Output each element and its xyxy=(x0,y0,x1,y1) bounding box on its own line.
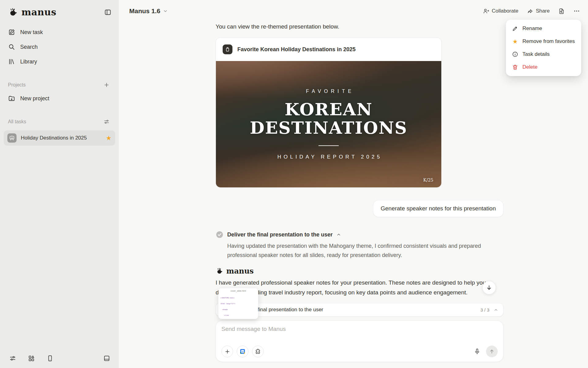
menu-item-label: Delete xyxy=(522,64,537,70)
plus-icon xyxy=(104,82,110,88)
sidebar-footer xyxy=(8,354,111,363)
menu-item-label: Remove from favorites xyxy=(522,38,575,44)
composer-toolbar: 31 xyxy=(221,346,498,357)
share-button[interactable]: Share xyxy=(527,8,550,14)
plus-icon xyxy=(224,349,230,355)
sliders-icon xyxy=(9,355,16,362)
dock-panel-button[interactable] xyxy=(102,354,111,363)
folder-plus-icon xyxy=(8,95,15,102)
menu-item-rename[interactable]: Rename xyxy=(508,22,579,35)
filter-tasks-button[interactable] xyxy=(102,117,111,126)
filter-icon xyxy=(104,119,110,125)
presentation-card[interactable]: Favorite Korean Holiday Destinations in … xyxy=(216,37,442,188)
sidebar-item-label: Library xyxy=(20,59,37,65)
projects-label: Projects xyxy=(8,82,26,88)
view-files-button[interactable] xyxy=(558,8,565,14)
arrow-down-icon xyxy=(486,284,492,291)
chat-scroll-area[interactable]: You can view the re-themed presentation … xyxy=(119,23,503,297)
menu-item-task-details[interactable]: Task details xyxy=(508,48,579,61)
task-progress-bar[interactable]: Deliver the final presentation to the us… xyxy=(216,303,503,316)
collaborate-button[interactable]: Collaborate xyxy=(483,8,518,14)
sidebar-item-label: New task xyxy=(20,29,43,36)
chevron-up-icon xyxy=(336,232,341,237)
chat-title: Manus 1.6 xyxy=(129,7,160,15)
task-step-header[interactable]: Deliver the final presentation to the us… xyxy=(216,231,503,239)
topbar: Manus 1.6 Collaborate xyxy=(119,0,588,22)
sidebar-item-new-project[interactable]: New project xyxy=(4,91,115,106)
menu-item-remove-favorites[interactable]: ★ Remove from favorites xyxy=(508,35,579,48)
search-icon xyxy=(8,43,15,51)
slides-file-icon xyxy=(223,44,232,54)
brand[interactable]: manus xyxy=(8,7,56,17)
presentation-task-icon xyxy=(7,133,17,143)
task-step: Deliver the final presentation to the us… xyxy=(216,231,503,260)
ellipsis-icon xyxy=(573,8,580,14)
share-label: Share xyxy=(536,8,550,14)
phone-icon xyxy=(47,355,54,362)
panel-bottom-icon xyxy=(103,355,110,362)
manus-logo-icon xyxy=(216,267,224,275)
sidebar-collapse-button[interactable] xyxy=(103,7,113,17)
file-search-icon xyxy=(558,8,565,14)
projects-section-header: Projects xyxy=(4,78,115,91)
task-title: Holiday Destinations in 2025 xyxy=(21,135,102,141)
assistant-message: I have generated professional speaker no… xyxy=(216,278,503,297)
assistant-intro-text: You can view the re-themed presentation … xyxy=(216,23,503,30)
slide-subtitle: HOLIDAY REPORT 2025 xyxy=(275,154,383,160)
presentation-title: Favorite Korean Holiday Destinations in … xyxy=(237,46,356,53)
progress-counter: 3 / 3 xyxy=(481,307,489,312)
more-options-button[interactable] xyxy=(573,8,580,14)
arrow-up-icon xyxy=(489,348,495,355)
assistant-brand-wordmark: manus xyxy=(226,266,254,275)
app-root: manus New task xyxy=(0,0,588,368)
mobile-device-button[interactable] xyxy=(45,354,55,363)
all-tasks-label: All tasks xyxy=(8,119,26,125)
message-input[interactable] xyxy=(221,326,498,336)
message-composer: 31 xyxy=(216,320,503,362)
info-icon xyxy=(512,51,518,57)
task-list-item-holiday-destinations[interactable]: Holiday Destinations in 2025 ★ xyxy=(4,130,115,146)
puzzle-icon xyxy=(255,348,261,355)
scroll-to-bottom-button[interactable] xyxy=(482,281,496,294)
settings-button[interactable] xyxy=(8,354,17,363)
send-button[interactable] xyxy=(486,346,498,357)
svg-text:31: 31 xyxy=(242,351,244,353)
slide-divider xyxy=(318,145,339,146)
chevron-up-icon xyxy=(494,308,498,312)
menu-item-label: Task details xyxy=(522,51,550,57)
library-icon xyxy=(8,58,15,65)
slide-badge: K/25 xyxy=(423,178,433,182)
chat-title-dropdown[interactable]: Manus 1.6 xyxy=(129,7,168,15)
all-tasks-section-header: All tasks xyxy=(4,115,115,128)
menu-item-delete[interactable]: Delete xyxy=(508,61,579,74)
chevron-down-icon xyxy=(163,9,168,13)
file-preview-filename: cover_slide.html xyxy=(221,290,256,292)
favorite-star-icon[interactable]: ★ xyxy=(106,135,111,141)
attach-button[interactable] xyxy=(221,346,233,357)
brand-wordmark: manus xyxy=(21,7,56,17)
trash-icon xyxy=(512,64,518,70)
sidebar-item-new-task[interactable]: New task xyxy=(4,25,115,40)
connectors-button[interactable] xyxy=(252,346,264,357)
microphone-icon xyxy=(474,348,481,355)
user-message-row: Generate speaker notes for this presenta… xyxy=(216,200,503,217)
sidebar-item-search[interactable]: Search xyxy=(4,40,115,54)
manus-logo-icon xyxy=(8,7,18,17)
pencil-icon xyxy=(512,25,518,32)
composer-right-actions xyxy=(473,346,498,357)
new-task-icon xyxy=(8,29,15,36)
shapes-icon xyxy=(28,355,35,362)
step-check-icon xyxy=(216,231,224,239)
apps-button[interactable] xyxy=(27,354,36,363)
google-calendar-icon: 31 xyxy=(239,348,246,355)
file-preview-code: <!DOCTYPE html> <html lang="en"> <head> … xyxy=(221,293,256,319)
add-project-button[interactable] xyxy=(102,81,111,89)
calendar-connector-button[interactable]: 31 xyxy=(237,346,248,357)
file-preview-thumbnail[interactable]: cover_slide.html <!DOCTYPE html> <html l… xyxy=(218,288,258,319)
sidebar-item-library[interactable]: Library xyxy=(4,54,115,69)
step-title: Deliver the final presentation to the us… xyxy=(227,232,333,238)
presentation-card-header: Favorite Korean Holiday Destinations in … xyxy=(216,38,441,61)
voice-input-button[interactable] xyxy=(473,347,482,356)
presentation-cover-slide[interactable]: FAVORITE KOREAN DESTINATIONS HOLIDAY REP… xyxy=(216,61,441,187)
bottom-dock: Deliver the final presentation to the us… xyxy=(216,303,503,362)
